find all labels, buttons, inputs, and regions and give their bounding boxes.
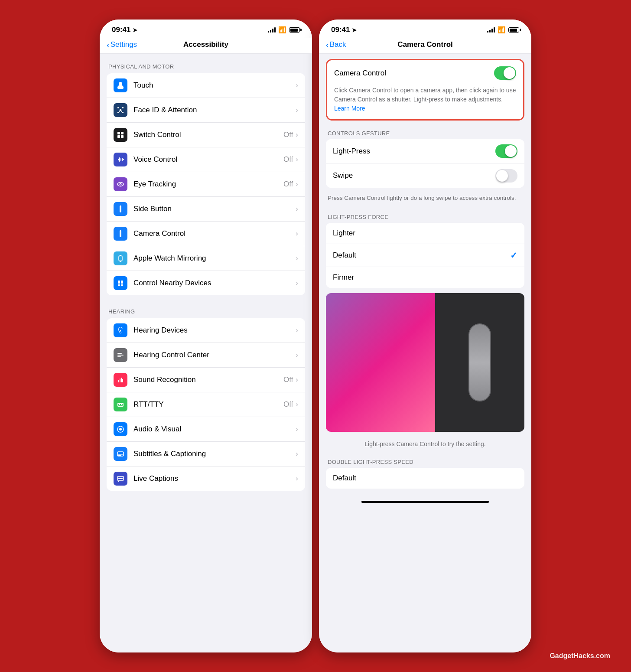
list-item[interactable]: Hearing Control Center ›: [107, 343, 305, 368]
list-item[interactable]: Hearing Devices ›: [107, 318, 305, 343]
svg-rect-32: [121, 378, 122, 382]
list-item[interactable]: Touch ›: [107, 73, 305, 98]
svg-point-40: [119, 428, 122, 431]
list-item[interactable]: Side Button ›: [107, 197, 305, 222]
svg-rect-29: [117, 356, 121, 357]
swipe-label: Swipe: [333, 171, 495, 180]
soundrecognition-chevron: ›: [296, 375, 298, 384]
learn-more-link[interactable]: Learn More: [334, 105, 365, 112]
list-item[interactable]: Camera Control ›: [107, 222, 305, 246]
signal-bar-3: [272, 29, 273, 33]
hearingcontrol-icon: [114, 348, 127, 362]
list-item[interactable]: Switch Control Off ›: [107, 123, 305, 147]
time-left: 09:41 ➤: [112, 26, 137, 34]
status-bar-right: 09:41 ➤ 📶: [319, 20, 531, 38]
light-press-row[interactable]: Light-Press: [326, 139, 524, 163]
list-item[interactable]: Control Nearby Devices ›: [107, 271, 305, 295]
list-item[interactable]: Audio & Visual ›: [107, 417, 305, 442]
swipe-toggle[interactable]: [495, 169, 517, 183]
controlnearby-chevron: ›: [296, 279, 298, 287]
controlnearby-label: Control Nearby Devices: [133, 279, 296, 287]
svg-point-16: [120, 184, 121, 185]
time-text-left: 09:41: [112, 26, 130, 34]
nav-bar-right: ‹ Back Camera Control: [319, 38, 531, 54]
signal-bar-2: [270, 30, 271, 33]
lighter-option[interactable]: Lighter: [326, 223, 524, 244]
default-option[interactable]: Default ✓: [326, 244, 524, 267]
location-arrow-left: ➤: [133, 27, 137, 33]
svg-rect-22: [120, 261, 121, 262]
back-label-left: Settings: [111, 40, 137, 49]
back-button-right[interactable]: ‹ Back: [326, 40, 346, 49]
svg-rect-26: [121, 284, 123, 286]
list-item[interactable]: Sound Recognition Off ›: [107, 368, 305, 392]
swipe-row[interactable]: Swipe: [326, 163, 524, 188]
hearingdevices-label: Hearing Devices: [133, 326, 296, 335]
physical-motor-group: Touch › Face ID & Attention › Switch: [107, 73, 305, 295]
gesture-description: Press Camera Control lightly or do a lon…: [319, 191, 531, 208]
list-item[interactable]: Live Captions ›: [107, 466, 305, 491]
applewatch-icon: [114, 251, 127, 265]
svg-rect-33: [122, 379, 123, 382]
switchcontrol-chevron: ›: [296, 130, 298, 139]
sidebutton-label: Side Button: [133, 205, 296, 213]
soundrecognition-icon: [114, 373, 127, 387]
eyetracking-label: Eye Tracking: [133, 180, 283, 189]
firmer-label: Firmer: [333, 273, 517, 282]
camera-control-toggle[interactable]: [494, 66, 516, 80]
svg-rect-35: [118, 404, 119, 405]
svg-rect-23: [118, 281, 120, 284]
camera-button-visual: [468, 323, 491, 401]
livecaptions-icon: [114, 472, 127, 486]
svg-rect-9: [118, 159, 119, 160]
svg-rect-21: [120, 255, 121, 256]
svg-rect-28: [117, 353, 122, 354]
scroll-content-left: PHYSICAL AND MOTOR Touch › Face ID & Att…: [100, 54, 312, 652]
back-chevron-left: ‹: [107, 40, 110, 49]
svg-rect-36: [120, 404, 121, 405]
list-item[interactable]: Face ID & Attention ›: [107, 98, 305, 123]
time-text-right: 09:41: [331, 26, 350, 34]
hearingdevices-icon: [114, 323, 127, 337]
page-title-left: Accessibility: [183, 40, 228, 49]
subtitles-icon: [114, 447, 127, 461]
double-press-option[interactable]: Default: [326, 468, 524, 489]
svg-rect-43: [118, 455, 121, 456]
right-phone: 09:41 ➤ 📶 ‹ Back Ca: [319, 20, 531, 652]
camera-control-description: Click Camera Control to open a camera ap…: [327, 86, 523, 119]
home-indicator-right: [361, 501, 489, 503]
list-item[interactable]: Eye Tracking Off ›: [107, 172, 305, 197]
svg-rect-2: [117, 112, 119, 113]
eyetracking-icon: [114, 177, 127, 191]
svg-rect-10: [119, 157, 120, 162]
applewatch-label: Apple Watch Mirroring: [133, 254, 296, 263]
signal-bar-1: [268, 31, 269, 33]
eyetracking-value: Off: [283, 180, 293, 189]
light-press-force-group: Lighter Default ✓ Firmer: [326, 223, 524, 288]
audiovisual-label: Audio & Visual: [133, 425, 296, 434]
svg-rect-12: [122, 158, 123, 161]
light-press-toggle[interactable]: [495, 144, 517, 158]
back-button-left[interactable]: ‹ Settings: [107, 40, 137, 49]
svg-rect-6: [121, 132, 124, 134]
firmer-option[interactable]: Firmer: [326, 267, 524, 288]
double-light-press-header: DOUBLE LIGHT-PRESS SPEED: [319, 453, 531, 468]
faceid-icon: [114, 103, 127, 117]
list-item[interactable]: Apple Watch Mirroring ›: [107, 246, 305, 271]
eyetracking-chevron: ›: [296, 180, 298, 189]
controls-gesture-group: Light-Press Swipe: [326, 139, 524, 188]
camera-control-toggle-row[interactable]: Camera Control: [327, 60, 523, 86]
switchcontrol-label: Switch Control: [133, 130, 283, 139]
voicecontrol-value: Off: [283, 155, 293, 164]
status-bar-left: 09:41 ➤ 📶: [100, 20, 312, 38]
list-item[interactable]: RTT/TTY Off ›: [107, 392, 305, 417]
hearingdevices-chevron: ›: [296, 326, 298, 335]
cameracontrol-icon-left: [114, 227, 127, 241]
faceid-label: Face ID & Attention: [133, 106, 296, 114]
applewatch-chevron: ›: [296, 254, 298, 263]
svg-rect-1: [122, 107, 124, 108]
rtttty-label: RTT/TTY: [133, 400, 283, 409]
back-label-right: Back: [330, 40, 346, 49]
list-item[interactable]: Voice Control Off ›: [107, 147, 305, 172]
list-item[interactable]: Subtitles & Captioning ›: [107, 442, 305, 466]
